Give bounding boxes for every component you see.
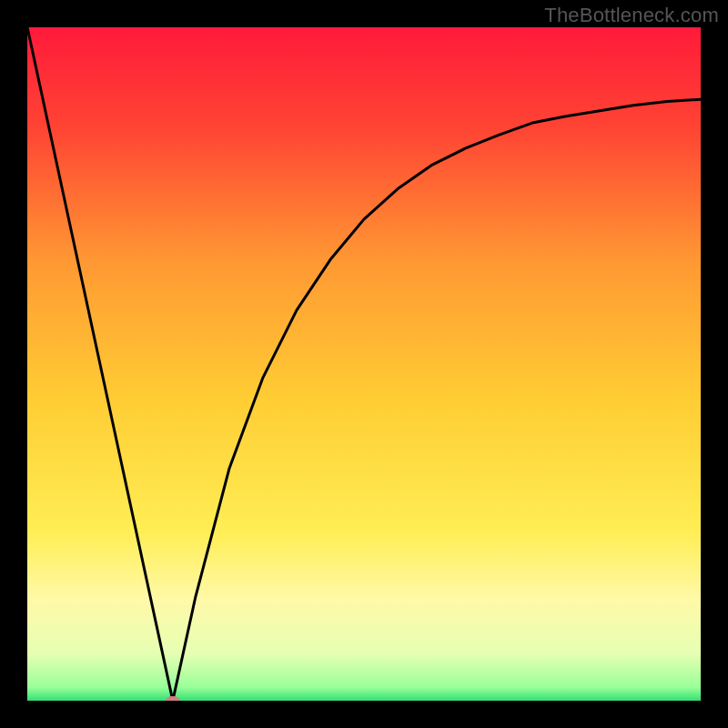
chart-background [27,27,701,701]
watermark-text: TheBottleneck.com [544,4,719,27]
chart-plot-area [27,27,701,701]
chart-frame: TheBottleneck.com [0,0,728,728]
chart-svg [27,27,701,701]
